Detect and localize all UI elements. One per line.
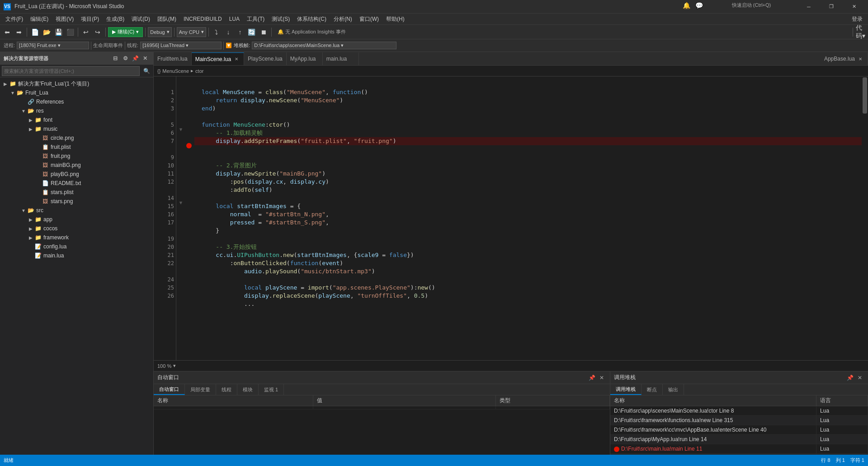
process-value[interactable]: [18076] Fruit.exe ▾: [17, 42, 89, 49]
tab-modules[interactable]: 模块: [237, 384, 259, 395]
menu-help[interactable]: 帮助(H): [382, 14, 408, 25]
tab-auto[interactable]: 自动窗口: [154, 384, 185, 395]
properties-btn[interactable]: ⚙: [121, 54, 130, 63]
debug-step-into[interactable]: ↓: [223, 27, 234, 38]
close-call-stack[interactable]: ✕: [855, 373, 864, 382]
menu-build[interactable]: 生成(B): [103, 14, 128, 25]
tab-callstack[interactable]: 调用堆栈: [610, 384, 642, 395]
search-icon[interactable]: 🔍: [142, 66, 151, 76]
undo-btn[interactable]: ↩: [80, 27, 91, 38]
save-all-btn[interactable]: ⬛: [65, 27, 75, 38]
solution-root[interactable]: ▶ 📁 解决方案'Fruit_Lua'(1 个项目): [0, 79, 153, 88]
tree-mainbg-png[interactable]: 🖼 mainBG.png: [0, 161, 153, 170]
platform-dropdown[interactable]: Any CPU ▾: [177, 27, 206, 37]
save-btn[interactable]: 💾: [53, 27, 64, 38]
menu-window[interactable]: 窗口(W): [356, 14, 382, 25]
menu-test[interactable]: 测试(S): [268, 14, 293, 25]
close-button[interactable]: ✕: [844, 0, 864, 14]
back-btn[interactable]: ⬅: [2, 27, 13, 38]
tree-fruit-png[interactable]: 🖼 fruit.png: [0, 152, 153, 161]
tree-readme-txt[interactable]: 📄 README.txt: [0, 179, 153, 188]
tree-references[interactable]: 🔗 References: [0, 97, 153, 106]
menu-file[interactable]: 文件(F): [2, 14, 27, 25]
stack-value[interactable]: D:\Fruit\src\app\scenes\MainScene.lua ▾: [252, 42, 396, 49]
tree-fruit-plist[interactable]: 📋 fruit.plist: [0, 143, 153, 152]
redo-btn[interactable]: ↪: [92, 27, 103, 38]
restore-button[interactable]: ❐: [821, 0, 842, 14]
tree-framework[interactable]: ▶ 📁 framework: [0, 233, 153, 242]
menu-team[interactable]: 团队(M): [154, 14, 180, 25]
close-appbase-tab[interactable]: ✕: [857, 55, 864, 62]
new-project-btn[interactable]: 📄: [29, 27, 40, 38]
signin-button[interactable]: 登录: [848, 14, 866, 25]
process-label: 进程:: [4, 42, 15, 49]
tree-stars-png[interactable]: 🖼 stars.png: [0, 197, 153, 206]
close-explorer-btn[interactable]: ✕: [141, 54, 150, 63]
quick-launch[interactable]: 快速启动 (Ctrl+Q): [706, 0, 797, 11]
menu-analyze[interactable]: 分析(N): [330, 14, 356, 25]
tree-music[interactable]: ▶ 📁 music: [0, 124, 153, 133]
tree-circle-png[interactable]: 🖼 circle.png: [0, 133, 153, 143]
thread-value[interactable]: [16956] LuaThread ▾: [140, 42, 222, 49]
menu-view[interactable]: 视图(V): [52, 14, 77, 25]
tab-playscene[interactable]: PlayScene.lua: [244, 52, 287, 65]
breadcrumb-member[interactable]: ctor: [195, 68, 203, 74]
close-auto-window[interactable]: ✕: [597, 373, 606, 382]
project-icon: 📂: [16, 89, 24, 96]
menu-architecture[interactable]: 体系结构(C): [293, 14, 330, 25]
menu-tools[interactable]: 工具(T): [243, 14, 268, 25]
pin-btn[interactable]: 📌: [131, 54, 140, 63]
editor-scrollbar[interactable]: [862, 76, 868, 360]
code-review-btn[interactable]: 代码▾: [855, 27, 866, 38]
tab-appbase[interactable]: AppBase.lua ✕: [821, 52, 868, 65]
tab-myapp[interactable]: MyApp.lua: [287, 52, 323, 65]
debug-restart[interactable]: 🔄: [246, 27, 257, 38]
tab-fruititem[interactable]: FruitItem.lua: [154, 52, 192, 65]
tree-res[interactable]: ▼ 📂 res: [0, 106, 153, 115]
tree-src[interactable]: ▼ 📂 src: [0, 206, 153, 215]
collapse-all-btn[interactable]: ⊟: [111, 54, 120, 63]
notification-icon[interactable]: 🔔: [681, 0, 692, 11]
code-content[interactable]: local MenuScene = class("MenuScene", fun…: [194, 76, 862, 360]
tab-mainscene[interactable]: MainScene.lua ✕: [192, 52, 244, 65]
tree-playbg-png[interactable]: 🖼 playBG.png: [0, 170, 153, 179]
menu-incredibuild[interactable]: INCREDIBUILD: [180, 14, 226, 25]
debug-stop[interactable]: ⏹: [258, 27, 269, 38]
debug-step-out[interactable]: ↑: [235, 27, 245, 38]
tree-font[interactable]: ▶ 📁 font: [0, 115, 153, 124]
tree-stars-plist[interactable]: 📋 stars.plist: [0, 188, 153, 197]
zoom-dropdown-icon[interactable]: ▾: [173, 363, 176, 369]
debug-bar: 进程: [18076] Fruit.exe ▾ 生命周期事件 线程: [1695…: [0, 39, 868, 52]
pin-auto-window[interactable]: 📌: [587, 373, 596, 382]
close-mainscene-tab[interactable]: ✕: [233, 56, 240, 63]
tab-threads[interactable]: 线程: [216, 384, 237, 395]
debug-mode-dropdown[interactable]: Debug ▾: [148, 27, 171, 37]
tree-app[interactable]: ▶ 📁 app: [0, 215, 153, 224]
scroll-thumb[interactable]: [863, 77, 867, 114]
debug-step-over[interactable]: ⤵: [211, 27, 222, 38]
search-input[interactable]: [2, 66, 140, 76]
col-type: 类型: [495, 395, 609, 406]
menu-project[interactable]: 项目(P): [77, 14, 103, 25]
breadcrumb-scope[interactable]: MenuScene: [162, 68, 189, 74]
open-btn[interactable]: 📂: [41, 27, 52, 38]
tab-watch1[interactable]: 监视 1: [259, 384, 284, 395]
tab-main[interactable]: main.lua: [323, 52, 359, 65]
pin-call-stack[interactable]: 📌: [845, 373, 854, 382]
tab-breakpoints[interactable]: 断点: [642, 384, 663, 395]
tab-output[interactable]: 输出: [663, 384, 684, 395]
menu-lua[interactable]: LUA: [226, 14, 243, 25]
tree-main-lua[interactable]: 📝 main.lua: [0, 251, 153, 260]
menu-debug[interactable]: 调试(D): [128, 14, 154, 25]
solution-explorer-header: 解决方案资源管理器 ⊟ ⚙ 📌 ✕: [0, 52, 153, 65]
project-root[interactable]: ▼ 📂 Fruit_Lua: [0, 88, 153, 97]
tree-cocos[interactable]: ▶ 📁 cocos: [0, 224, 153, 233]
menu-edit[interactable]: 编辑(E): [27, 14, 52, 25]
minimize-button[interactable]: ─: [798, 0, 819, 14]
filter-btn[interactable]: 🔽堆栈帧:: [226, 42, 250, 49]
continue-btn[interactable]: ▶ 继续(C) ▾: [108, 27, 143, 37]
tree-config-lua[interactable]: 📝 config.lua: [0, 242, 153, 251]
tab-locals[interactable]: 局部变量: [185, 384, 216, 395]
forward-btn[interactable]: ➡: [14, 27, 24, 38]
chat-icon[interactable]: 💬: [693, 0, 704, 11]
